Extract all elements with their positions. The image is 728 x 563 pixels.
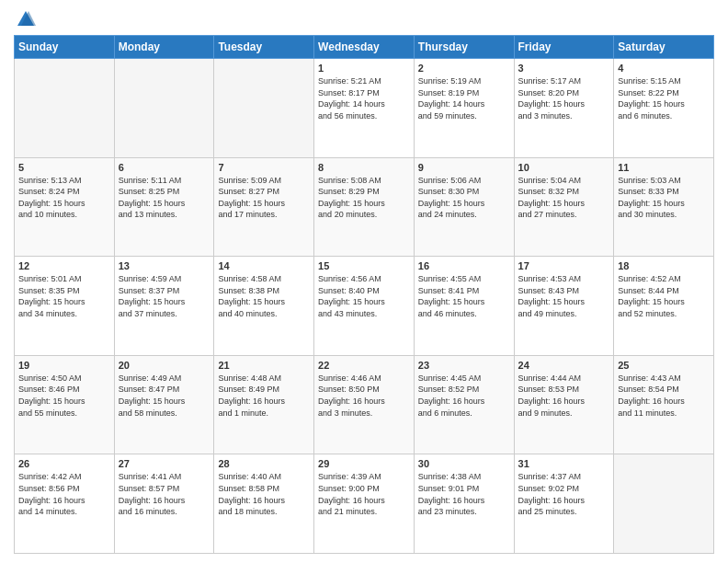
weekday-header-thursday: Thursday (414, 36, 514, 59)
day-info: Sunrise: 5:03 AM Sunset: 8:33 PM Dayligh… (618, 175, 710, 221)
day-number: 28 (218, 458, 310, 469)
calendar-cell: 9Sunrise: 5:06 AM Sunset: 8:30 PM Daylig… (414, 157, 514, 257)
day-number: 19 (18, 360, 110, 371)
weekday-header-saturday: Saturday (614, 36, 714, 59)
day-number: 24 (518, 360, 610, 371)
weekday-header-friday: Friday (514, 36, 614, 59)
day-info: Sunrise: 5:11 AM Sunset: 8:25 PM Dayligh… (119, 175, 210, 221)
day-number: 14 (218, 260, 310, 271)
day-info: Sunrise: 4:59 AM Sunset: 8:37 PM Dayligh… (119, 273, 210, 319)
day-number: 15 (318, 260, 410, 271)
calendar-cell: 28Sunrise: 4:40 AM Sunset: 8:58 PM Dayli… (214, 454, 314, 554)
week-row-5: 26Sunrise: 4:42 AM Sunset: 8:56 PM Dayli… (15, 454, 714, 554)
day-number: 11 (618, 162, 710, 173)
day-number: 1 (318, 63, 410, 74)
day-number: 20 (119, 360, 210, 371)
calendar-cell: 18Sunrise: 4:52 AM Sunset: 8:44 PM Dayli… (614, 257, 714, 356)
day-number: 3 (518, 63, 610, 74)
calendar-cell: 1Sunrise: 5:21 AM Sunset: 8:17 PM Daylig… (314, 59, 415, 158)
day-number: 9 (418, 162, 510, 173)
day-info: Sunrise: 4:46 AM Sunset: 8:50 PM Dayligh… (318, 373, 410, 419)
day-number: 4 (618, 63, 710, 74)
day-info: Sunrise: 4:38 AM Sunset: 9:01 PM Dayligh… (418, 471, 510, 517)
weekday-header-wednesday: Wednesday (314, 36, 415, 59)
calendar-cell: 25Sunrise: 4:43 AM Sunset: 8:54 PM Dayli… (614, 355, 714, 454)
day-number: 26 (18, 458, 110, 469)
calendar-table: SundayMondayTuesdayWednesdayThursdayFrid… (14, 35, 714, 554)
day-info: Sunrise: 5:21 AM Sunset: 8:17 PM Dayligh… (318, 75, 410, 121)
calendar-cell: 10Sunrise: 5:04 AM Sunset: 8:32 PM Dayli… (514, 157, 614, 257)
day-number: 16 (418, 260, 510, 271)
calendar-cell: 21Sunrise: 4:48 AM Sunset: 8:49 PM Dayli… (214, 355, 314, 454)
day-info: Sunrise: 4:48 AM Sunset: 8:49 PM Dayligh… (218, 373, 310, 419)
weekday-header-monday: Monday (114, 36, 214, 59)
day-number: 29 (318, 458, 410, 469)
day-info: Sunrise: 5:01 AM Sunset: 8:35 PM Dayligh… (18, 273, 110, 319)
week-row-2: 5Sunrise: 5:13 AM Sunset: 8:24 PM Daylig… (15, 157, 714, 257)
day-info: Sunrise: 4:43 AM Sunset: 8:54 PM Dayligh… (618, 373, 710, 419)
day-number: 2 (418, 63, 510, 74)
day-number: 21 (218, 360, 310, 371)
day-number: 6 (119, 162, 210, 173)
day-number: 17 (518, 260, 610, 271)
weekday-header-sunday: Sunday (15, 36, 115, 59)
page: SundayMondayTuesdayWednesdayThursdayFrid… (0, 0, 728, 563)
week-row-3: 12Sunrise: 5:01 AM Sunset: 8:35 PM Dayli… (15, 257, 714, 356)
day-number: 10 (518, 162, 610, 173)
day-info: Sunrise: 4:41 AM Sunset: 8:57 PM Dayligh… (119, 471, 210, 517)
day-info: Sunrise: 4:40 AM Sunset: 8:58 PM Dayligh… (218, 471, 310, 517)
day-number: 7 (218, 162, 310, 173)
calendar-cell: 26Sunrise: 4:42 AM Sunset: 8:56 PM Dayli… (15, 454, 115, 554)
weekday-header-row: SundayMondayTuesdayWednesdayThursdayFrid… (15, 36, 714, 59)
calendar-cell: 14Sunrise: 4:58 AM Sunset: 8:38 PM Dayli… (214, 257, 314, 356)
day-number: 18 (618, 260, 710, 271)
calendar-cell (15, 59, 115, 158)
calendar-cell: 3Sunrise: 5:17 AM Sunset: 8:20 PM Daylig… (514, 59, 614, 158)
header (14, 9, 714, 29)
day-info: Sunrise: 5:09 AM Sunset: 8:27 PM Dayligh… (218, 175, 310, 221)
calendar-cell: 20Sunrise: 4:49 AM Sunset: 8:47 PM Dayli… (114, 355, 214, 454)
calendar-cell: 5Sunrise: 5:13 AM Sunset: 8:24 PM Daylig… (15, 157, 115, 257)
day-info: Sunrise: 5:04 AM Sunset: 8:32 PM Dayligh… (518, 175, 610, 221)
calendar-cell: 4Sunrise: 5:15 AM Sunset: 8:22 PM Daylig… (614, 59, 714, 158)
day-number: 27 (119, 458, 210, 469)
day-number: 8 (318, 162, 410, 173)
day-info: Sunrise: 4:50 AM Sunset: 8:46 PM Dayligh… (18, 373, 110, 419)
calendar-cell: 13Sunrise: 4:59 AM Sunset: 8:37 PM Dayli… (114, 257, 214, 356)
day-info: Sunrise: 4:44 AM Sunset: 8:53 PM Dayligh… (518, 373, 610, 419)
day-info: Sunrise: 4:42 AM Sunset: 8:56 PM Dayligh… (18, 471, 110, 517)
calendar-cell: 15Sunrise: 4:56 AM Sunset: 8:40 PM Dayli… (314, 257, 415, 356)
day-number: 5 (18, 162, 110, 173)
calendar-cell: 29Sunrise: 4:39 AM Sunset: 9:00 PM Dayli… (314, 454, 415, 554)
calendar-cell: 7Sunrise: 5:09 AM Sunset: 8:27 PM Daylig… (214, 157, 314, 257)
day-info: Sunrise: 5:15 AM Sunset: 8:22 PM Dayligh… (618, 75, 710, 121)
day-number: 13 (119, 260, 210, 271)
calendar-cell: 11Sunrise: 5:03 AM Sunset: 8:33 PM Dayli… (614, 157, 714, 257)
calendar-cell: 8Sunrise: 5:08 AM Sunset: 8:29 PM Daylig… (314, 157, 415, 257)
calendar-cell: 27Sunrise: 4:41 AM Sunset: 8:57 PM Dayli… (114, 454, 214, 554)
calendar-cell (614, 454, 714, 554)
calendar-cell: 6Sunrise: 5:11 AM Sunset: 8:25 PM Daylig… (114, 157, 214, 257)
weekday-header-tuesday: Tuesday (214, 36, 314, 59)
calendar-cell: 19Sunrise: 4:50 AM Sunset: 8:46 PM Dayli… (15, 355, 115, 454)
day-info: Sunrise: 4:37 AM Sunset: 9:02 PM Dayligh… (518, 471, 610, 517)
day-info: Sunrise: 4:49 AM Sunset: 8:47 PM Dayligh… (119, 373, 210, 419)
week-row-1: 1Sunrise: 5:21 AM Sunset: 8:17 PM Daylig… (15, 59, 714, 158)
day-info: Sunrise: 5:08 AM Sunset: 8:29 PM Dayligh… (318, 175, 410, 221)
day-info: Sunrise: 5:13 AM Sunset: 8:24 PM Dayligh… (18, 175, 110, 221)
calendar-cell: 17Sunrise: 4:53 AM Sunset: 8:43 PM Dayli… (514, 257, 614, 356)
logo (14, 9, 36, 29)
calendar-cell: 24Sunrise: 4:44 AM Sunset: 8:53 PM Dayli… (514, 355, 614, 454)
day-info: Sunrise: 5:06 AM Sunset: 8:30 PM Dayligh… (418, 175, 510, 221)
day-info: Sunrise: 4:39 AM Sunset: 9:00 PM Dayligh… (318, 471, 410, 517)
day-number: 22 (318, 360, 410, 371)
day-info: Sunrise: 4:58 AM Sunset: 8:38 PM Dayligh… (218, 273, 310, 319)
day-info: Sunrise: 4:52 AM Sunset: 8:44 PM Dayligh… (618, 273, 710, 319)
calendar-cell: 16Sunrise: 4:55 AM Sunset: 8:41 PM Dayli… (414, 257, 514, 356)
day-info: Sunrise: 5:19 AM Sunset: 8:19 PM Dayligh… (418, 75, 510, 121)
calendar-cell: 23Sunrise: 4:45 AM Sunset: 8:52 PM Dayli… (414, 355, 514, 454)
week-row-4: 19Sunrise: 4:50 AM Sunset: 8:46 PM Dayli… (15, 355, 714, 454)
day-info: Sunrise: 4:55 AM Sunset: 8:41 PM Dayligh… (418, 273, 510, 319)
calendar-cell (114, 59, 214, 158)
logo-icon (16, 9, 36, 29)
